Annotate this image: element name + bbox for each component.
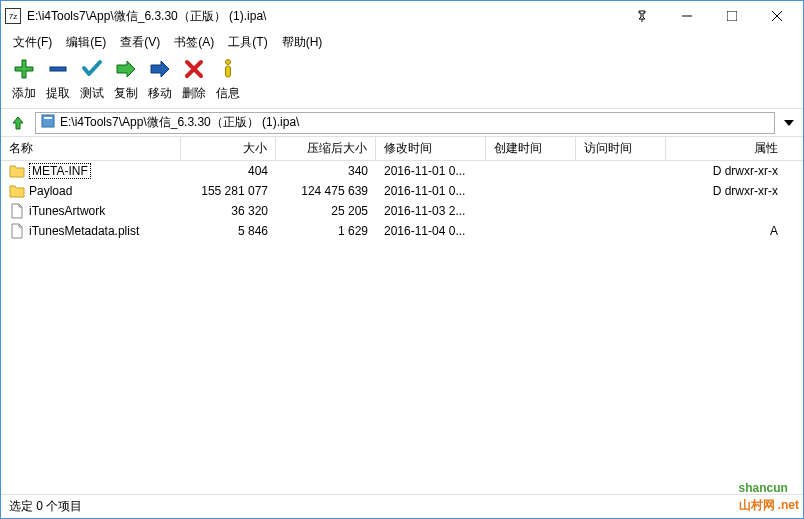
file-row[interactable]: Payload155 281 077124 475 6392016-11-01 … xyxy=(1,181,803,201)
file-packed: 25 205 xyxy=(276,201,376,221)
toolbar: 添加 提取 测试 复制 移动 删除 信息 xyxy=(1,53,803,109)
menu-edit[interactable]: 编辑(E) xyxy=(60,32,112,53)
file-accessed xyxy=(576,161,666,181)
copy-label: 复制 xyxy=(114,85,138,102)
status-text: 选定 0 个项目 xyxy=(9,498,82,515)
file-row[interactable]: iTunesArtwork36 32025 2052016-11-03 2... xyxy=(1,201,803,221)
file-name: iTunesMetadata.plist xyxy=(29,224,139,238)
pathbar: E:\i4Tools7\App\微信_6.3.30（正版） (1).ipa\ xyxy=(1,109,803,137)
file-packed: 1 629 xyxy=(276,221,376,241)
file-size: 36 320 xyxy=(181,201,276,221)
path-text: E:\i4Tools7\App\微信_6.3.30（正版） (1).ipa\ xyxy=(60,114,299,131)
file-attr xyxy=(666,201,786,221)
move-label: 移动 xyxy=(148,85,172,102)
up-button[interactable] xyxy=(7,112,29,134)
folder-icon xyxy=(9,163,25,179)
svg-rect-8 xyxy=(44,117,52,119)
file-created xyxy=(486,181,576,201)
menu-help[interactable]: 帮助(H) xyxy=(276,32,329,53)
titlebar: 7z E:\i4Tools7\App\微信_6.3.30（正版） (1).ipa… xyxy=(1,1,803,31)
file-modified: 2016-11-01 0... xyxy=(376,161,486,181)
path-dropdown[interactable] xyxy=(781,112,797,134)
test-icon xyxy=(80,57,104,81)
menu-file[interactable]: 文件(F) xyxy=(7,32,58,53)
file-modified: 2016-11-03 2... xyxy=(376,201,486,221)
file-accessed xyxy=(576,221,666,241)
statusbar: 选定 0 个项目 xyxy=(1,494,803,518)
extract-button[interactable]: 提取 xyxy=(43,57,73,102)
copy-button[interactable]: 复制 xyxy=(111,57,141,102)
delete-label: 删除 xyxy=(182,85,206,102)
file-row[interactable]: iTunesMetadata.plist5 8461 6292016-11-04… xyxy=(1,221,803,241)
minimize-button[interactable] xyxy=(664,2,709,30)
svg-rect-6 xyxy=(226,66,231,77)
add-button[interactable]: 添加 xyxy=(9,57,39,102)
add-label: 添加 xyxy=(12,85,36,102)
col-size[interactable]: 大小 xyxy=(181,137,276,160)
svg-rect-4 xyxy=(50,67,66,71)
add-icon xyxy=(12,57,36,81)
file-attr: D drwxr-xr-x xyxy=(666,181,786,201)
file-packed: 340 xyxy=(276,161,376,181)
test-label: 测试 xyxy=(80,85,104,102)
file-name: Payload xyxy=(29,184,72,198)
file-size: 155 281 077 xyxy=(181,181,276,201)
col-modified[interactable]: 修改时间 xyxy=(376,137,486,160)
test-button[interactable]: 测试 xyxy=(77,57,107,102)
menu-bookmarks[interactable]: 书签(A) xyxy=(168,32,220,53)
maximize-button[interactable] xyxy=(709,2,754,30)
archive-icon xyxy=(40,113,56,132)
svg-point-5 xyxy=(226,60,231,65)
file-row[interactable]: META-INF4043402016-11-01 0...D drwxr-xr-… xyxy=(1,161,803,181)
file-created xyxy=(486,161,576,181)
copy-icon xyxy=(114,57,138,81)
delete-icon xyxy=(182,57,206,81)
svg-rect-7 xyxy=(42,115,54,127)
file-icon xyxy=(9,223,25,239)
window-title: E:\i4Tools7\App\微信_6.3.30（正版） (1).ipa\ xyxy=(27,8,619,25)
app-icon: 7z xyxy=(5,8,21,24)
file-packed: 124 475 639 xyxy=(276,181,376,201)
info-button[interactable]: 信息 xyxy=(213,57,243,102)
file-size: 5 846 xyxy=(181,221,276,241)
col-accessed[interactable]: 访问时间 xyxy=(576,137,666,160)
file-list: 名称 大小 压缩后大小 修改时间 创建时间 访问时间 属性 META-INF40… xyxy=(1,137,803,494)
menubar: 文件(F) 编辑(E) 查看(V) 书签(A) 工具(T) 帮助(H) xyxy=(1,31,803,53)
file-attr: D drwxr-xr-x xyxy=(666,161,786,181)
menu-tools[interactable]: 工具(T) xyxy=(222,32,273,53)
col-attributes[interactable]: 属性 xyxy=(666,137,786,160)
menu-view[interactable]: 查看(V) xyxy=(114,32,166,53)
col-created[interactable]: 创建时间 xyxy=(486,137,576,160)
file-accessed xyxy=(576,201,666,221)
file-modified: 2016-11-04 0... xyxy=(376,221,486,241)
file-icon xyxy=(9,203,25,219)
path-input[interactable]: E:\i4Tools7\App\微信_6.3.30（正版） (1).ipa\ xyxy=(35,112,775,134)
extract-icon xyxy=(46,57,70,81)
close-button[interactable] xyxy=(754,2,799,30)
file-name: META-INF xyxy=(29,164,91,178)
file-name: iTunesArtwork xyxy=(29,204,105,218)
file-accessed xyxy=(576,181,666,201)
file-created xyxy=(486,221,576,241)
svg-rect-1 xyxy=(727,11,737,21)
file-modified: 2016-11-01 0... xyxy=(376,181,486,201)
extract-label: 提取 xyxy=(46,85,70,102)
info-label: 信息 xyxy=(216,85,240,102)
file-size: 404 xyxy=(181,161,276,181)
file-created xyxy=(486,201,576,221)
info-icon xyxy=(216,57,240,81)
column-headers: 名称 大小 压缩后大小 修改时间 创建时间 访问时间 属性 xyxy=(1,137,803,161)
move-button[interactable]: 移动 xyxy=(145,57,175,102)
move-icon xyxy=(148,57,172,81)
delete-button[interactable]: 删除 xyxy=(179,57,209,102)
col-name[interactable]: 名称 xyxy=(1,137,181,160)
col-packed[interactable]: 压缩后大小 xyxy=(276,137,376,160)
file-attr: A xyxy=(666,221,786,241)
folder-icon xyxy=(9,183,25,199)
pin-button[interactable] xyxy=(619,2,664,30)
